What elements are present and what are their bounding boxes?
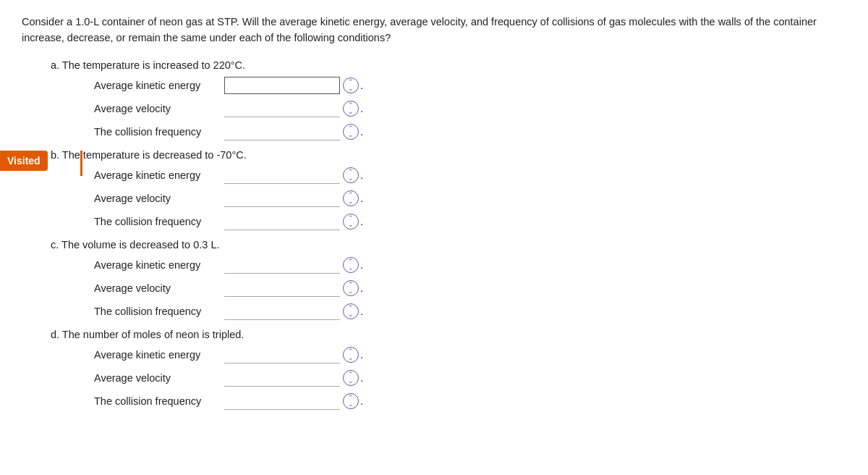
field-row-a-1: Average velocity.: [94, 100, 846, 117]
field-row-c-2: The collision frequency.: [94, 303, 846, 320]
section-d: d. The number of moles of neon is triple…: [51, 329, 846, 410]
field-label-d-1: Average velocity: [94, 372, 224, 384]
field-input-c-2[interactable]: [224, 303, 340, 320]
field-row-a-2: The collision frequency.: [94, 123, 846, 140]
field-input-c-0[interactable]: [224, 256, 340, 274]
spinner-b-1[interactable]: [343, 190, 359, 206]
dot-b-0: .: [360, 169, 363, 181]
field-input-a-2[interactable]: [224, 123, 340, 140]
field-input-b-2[interactable]: [224, 213, 340, 230]
field-row-a-0: Average kinetic energy.: [94, 77, 846, 94]
field-row-d-0: Average kinetic energy.: [94, 346, 846, 363]
spinner-a-2[interactable]: [343, 124, 359, 140]
field-label-b-1: Average velocity: [94, 193, 224, 204]
section-a: a. The temperature is increased to 220°C…: [51, 59, 846, 140]
field-row-b-2: The collision frequency.: [94, 213, 846, 230]
field-label-a-2: The collision frequency: [94, 126, 224, 138]
field-row-c-1: Average velocity.: [94, 279, 846, 297]
field-row-b-1: Average velocity.: [94, 190, 846, 207]
field-label-a-1: Average velocity: [94, 103, 224, 114]
dot-b-2: .: [360, 215, 363, 227]
field-input-c-1[interactable]: [224, 279, 340, 297]
field-label-a-0: Average kinetic energy: [94, 80, 224, 91]
field-row-d-2: The collision frequency.: [94, 392, 846, 410]
field-input-d-2[interactable]: [224, 392, 340, 410]
field-input-d-1[interactable]: [224, 369, 340, 387]
dot-d-0: .: [360, 348, 363, 361]
spinner-b-2[interactable]: [343, 214, 359, 230]
section-d-header: d. The number of moles of neon is triple…: [51, 329, 846, 340]
dot-c-0: .: [360, 258, 363, 271]
spinner-d-1[interactable]: [343, 370, 359, 386]
field-input-b-1[interactable]: [224, 190, 340, 207]
spinner-a-0[interactable]: [343, 77, 359, 93]
field-label-d-0: Average kinetic energy: [94, 349, 224, 361]
section-c: c. The volume is decreased to 0.3 L.Aver…: [51, 239, 846, 320]
spinner-d-2[interactable]: [343, 393, 359, 409]
field-input-d-0[interactable]: [224, 346, 340, 363]
field-input-a-0[interactable]: [224, 77, 340, 94]
section-b: b. The temperature is decreased to -70°C…: [51, 149, 846, 230]
visited-line: [80, 151, 82, 176]
field-row-c-0: Average kinetic energy.: [94, 256, 846, 274]
dot-a-2: .: [360, 125, 363, 138]
dot-c-2: .: [360, 305, 363, 317]
spinner-d-0[interactable]: [343, 347, 359, 363]
dot-a-0: .: [360, 79, 363, 91]
spinner-a-1[interactable]: [343, 101, 359, 117]
field-label-b-0: Average kinetic energy: [94, 169, 224, 181]
section-c-header: c. The volume is decreased to 0.3 L.: [51, 239, 846, 251]
field-label-c-0: Average kinetic energy: [94, 259, 224, 271]
spinner-c-1[interactable]: [343, 280, 359, 296]
field-row-b-0: Average kinetic energy.: [94, 167, 846, 184]
dot-b-1: .: [360, 192, 363, 204]
field-label-b-2: The collision frequency: [94, 216, 224, 227]
field-row-d-1: Average velocity.: [94, 369, 846, 387]
spinner-b-0[interactable]: [343, 167, 359, 183]
field-label-c-2: The collision frequency: [94, 306, 224, 317]
visited-badge: Visited: [0, 151, 48, 171]
dot-a-1: .: [360, 102, 363, 114]
section-a-header: a. The temperature is increased to 220°C…: [51, 59, 846, 71]
section-b-header: b. The temperature is decreased to -70°C…: [51, 149, 846, 161]
field-input-a-1[interactable]: [224, 100, 340, 117]
question-text: Consider a 1.0-L container of neon gas a…: [22, 14, 817, 46]
field-label-d-2: The collision frequency: [94, 395, 224, 407]
dot-d-2: .: [360, 395, 363, 407]
dot-c-1: .: [360, 282, 363, 294]
dot-d-1: .: [360, 371, 363, 384]
field-input-b-0[interactable]: [224, 167, 340, 184]
spinner-c-2[interactable]: [343, 303, 359, 319]
field-label-c-1: Average velocity: [94, 282, 224, 294]
spinner-c-0[interactable]: [343, 257, 359, 273]
